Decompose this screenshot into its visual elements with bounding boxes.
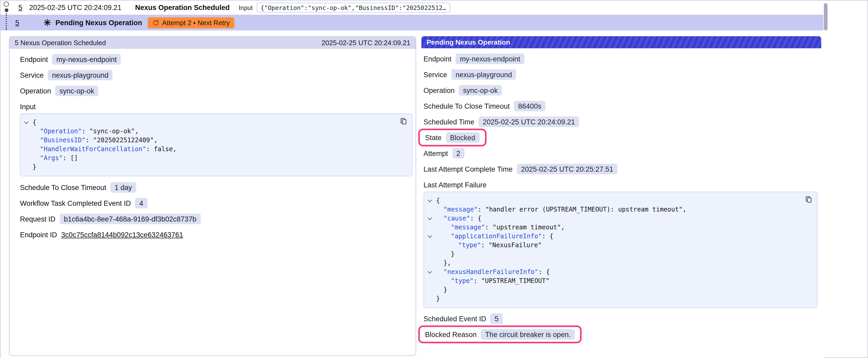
copy-icon[interactable]	[805, 196, 812, 203]
json-line: }	[428, 250, 813, 259]
collapse-chevron-icon[interactable]	[428, 196, 436, 205]
field-value-badge: 1 day	[110, 182, 136, 193]
collapse-chevron-icon[interactable]	[25, 118, 33, 127]
field-row-workflow-task-completed-event-id: Workflow Task Completed Event ID4	[20, 195, 412, 211]
pending-detail-panel: Pending Nexus Operation Endpointmy-nexus…	[422, 36, 821, 358]
attempt-badge-label: Attempt 2 • Next Retry	[162, 19, 230, 27]
field-row-scheduled-event-id: Scheduled Event ID5	[424, 311, 817, 326]
input-json-code: {"Operation": "sync-op-ok","BusinessID":…	[25, 118, 408, 172]
json-line-text: "HandlerWaitForCancellation": false,	[33, 145, 177, 154]
event-detail-header: 5 Nexus Operation Scheduled 2025-02-25 U…	[9, 37, 415, 49]
field-row-service: Servicenexus-playground	[20, 67, 412, 83]
json-line-text: }	[33, 163, 36, 172]
json-line-text: }	[436, 286, 447, 294]
json-line: }	[25, 163, 408, 172]
json-line: "Operation": "sync-op-ok",	[25, 127, 408, 136]
field-value-badge: 2	[452, 148, 464, 159]
timeline-circle-icon	[4, 2, 9, 7]
json-line: "cause": {	[428, 214, 813, 223]
field-inner: Schedule To Close Timeout1 day	[20, 182, 136, 193]
field-label: Blocked Reason	[425, 330, 477, 338]
field-row-schedule-to-close-timeout: Schedule To Close Timeout86400s	[424, 98, 817, 114]
gutter-spacer	[25, 136, 33, 145]
json-line-text: {	[436, 196, 440, 205]
field-label: Scheduled Event ID	[424, 315, 486, 323]
pending-detail-header: Pending Nexus Operation	[422, 36, 821, 48]
json-line: "BusinessID": "20250225122409",	[25, 136, 408, 145]
field-inner: Attempt2	[424, 148, 464, 159]
pending-operation-row[interactable]: 5 Pending Nexus Operation Attempt 2 • Ne…	[1, 15, 823, 30]
field-inner: Operationsync-op-ok	[20, 86, 98, 96]
field-value-badge: Blocked	[446, 132, 479, 143]
field-label: Workflow Task Completed Event ID	[20, 199, 131, 207]
input-section-label: Input	[20, 100, 412, 113]
field-label: Request ID	[20, 215, 56, 223]
json-line: },	[428, 259, 813, 268]
event-detail-panel: 5 Nexus Operation Scheduled 2025-02-25 U…	[9, 36, 416, 356]
event-id-link[interactable]: 5	[19, 4, 22, 11]
json-line-text: "type": "NexusFailure"	[436, 241, 542, 250]
json-line-text: "message": "upstream timeout",	[436, 223, 565, 232]
field-value-badge: sync-op-ok	[56, 86, 98, 96]
field-inner: Scheduled Event ID5	[424, 314, 503, 324]
field-inner: Last Attempt Complete Time2025-02-25 UTC…	[424, 164, 617, 174]
json-line-text: "BusinessID": "20250225122409",	[33, 136, 158, 145]
field-label: Endpoint ID	[20, 231, 57, 238]
pending-title: Pending Nexus Operation	[56, 19, 142, 27]
input-json-viewer: {"Operation": "sync-op-ok","BusinessID":…	[20, 113, 412, 176]
timeline-dotted-line	[6, 13, 7, 30]
pending-detail-fields-bottom: Scheduled Event ID5Blocked ReasonThe cir…	[424, 311, 817, 342]
field-label: Service	[20, 71, 43, 79]
pending-detail-body: Endpointmy-nexus-endpointServicenexus-pl…	[422, 48, 821, 345]
gutter-spacer	[428, 276, 436, 286]
json-line: {	[428, 196, 813, 205]
field-inner: Servicenexus-playground	[424, 69, 516, 80]
field-value-badge: The circuit breaker is open.	[481, 329, 575, 339]
field-label: Scheduled Time	[424, 118, 474, 126]
json-line: "type": "UPSTREAM_TIMEOUT"	[428, 276, 813, 286]
gutter-spacer	[428, 259, 436, 268]
field-value-badge: nexus-playground	[48, 70, 113, 80]
event-name: Nexus Operation Scheduled	[135, 4, 229, 11]
field-label: Operation	[424, 86, 455, 94]
field-value-badge: sync-op-ok	[459, 85, 502, 96]
event-detail-timestamp: 2025-02-25 UTC 20:24:09.21	[321, 39, 410, 47]
scrollbar-thumb[interactable]	[824, 3, 828, 30]
field-value-badge: my-nexus-endpoint	[52, 54, 121, 65]
pending-event-id-link[interactable]: 5	[15, 19, 19, 27]
event-detail-body: Endpointmy-nexus-endpointServicenexus-pl…	[9, 49, 415, 245]
field-row-service: Servicenexus-playground	[424, 67, 817, 83]
pending-asterisk-icon	[43, 19, 51, 26]
field-row-schedule-to-close-timeout: Schedule To Close Timeout1 day	[20, 180, 412, 195]
field-inner: Endpointmy-nexus-endpoint	[20, 54, 121, 65]
event-history-row[interactable]: 5 2025-02-25 UTC 20:24:09.21 Nexus Opera…	[1, 1, 823, 15]
field-row-last-attempt-complete-time: Last Attempt Complete Time2025-02-25 UTC…	[424, 161, 817, 177]
collapse-chevron-icon[interactable]	[428, 214, 436, 223]
attempt-retry-badge: Attempt 2 • Next Retry	[147, 17, 235, 28]
field-row-scheduled-time: Scheduled Time2025-02-25 UTC 20:24:09.21	[424, 114, 817, 130]
failure-json-viewer: {"message": "handler error (UPSTREAM_TIM…	[424, 192, 817, 308]
gutter-spacer	[428, 223, 436, 232]
field-row-endpoint: Endpointmy-nexus-endpoint	[424, 51, 817, 67]
field-row-operation: Operationsync-op-ok	[20, 83, 412, 99]
field-value-badge: my-nexus-endpoint	[456, 54, 525, 64]
field-value-badge: 2025-02-25 UTC 20:25:27.51	[517, 164, 617, 174]
gutter-spacer	[428, 241, 436, 250]
field-inner: Servicenexus-playground	[20, 70, 113, 80]
annotation-highlight-blocked-reason: Blocked ReasonThe circuit breaker is ope…	[418, 325, 582, 343]
field-label: Last Attempt Complete Time	[424, 165, 513, 173]
copy-icon[interactable]	[400, 118, 407, 125]
field-inner: Scheduled Time2025-02-25 UTC 20:24:09.21	[424, 117, 579, 127]
failure-section-label: Last Attempt Failure	[424, 178, 817, 192]
endpoint-id-link[interactable]: 3c0c75ccfa8144b092c13ce632463761	[61, 231, 183, 238]
gutter-spacer	[25, 127, 33, 136]
json-line: }	[428, 294, 813, 303]
field-label: Schedule To Close Timeout	[20, 184, 106, 191]
field-value-badge: 4	[135, 198, 147, 208]
json-line-text: "applicationFailureInfo": {	[436, 232, 553, 241]
collapse-chevron-icon[interactable]	[428, 232, 436, 241]
collapse-chevron-icon[interactable]	[428, 268, 436, 276]
gutter-spacer	[428, 250, 436, 259]
json-line: "Args": []	[25, 154, 408, 163]
input-preview-chip[interactable]: {"Operation":"sync-op-ok","BusinessID":"…	[256, 3, 450, 12]
